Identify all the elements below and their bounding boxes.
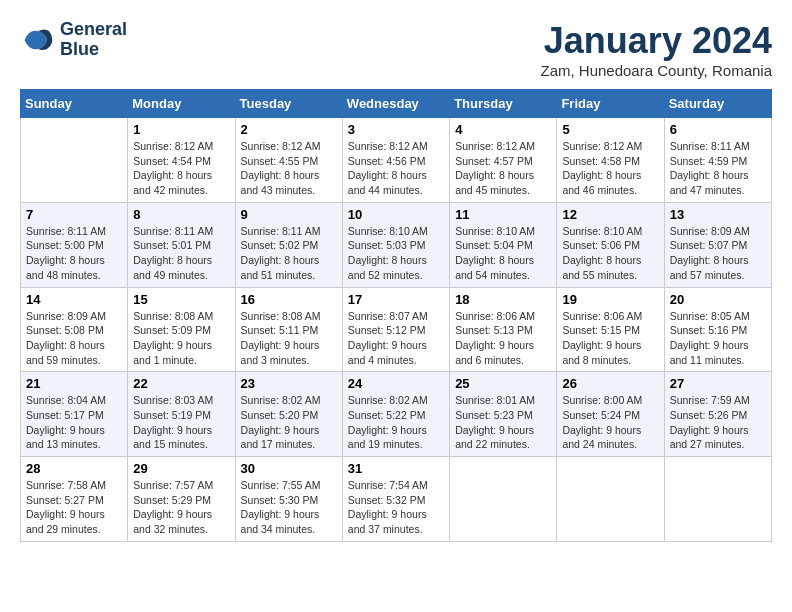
day-number: 22 xyxy=(133,376,229,391)
day-info: Sunrise: 8:12 AMSunset: 4:55 PMDaylight:… xyxy=(241,139,337,198)
day-info: Sunrise: 7:59 AMSunset: 5:26 PMDaylight:… xyxy=(670,393,766,452)
day-number: 29 xyxy=(133,461,229,476)
calendar-cell: 14Sunrise: 8:09 AMSunset: 5:08 PMDayligh… xyxy=(21,287,128,372)
day-info: Sunrise: 7:54 AMSunset: 5:32 PMDaylight:… xyxy=(348,478,444,537)
weekday-header-thursday: Thursday xyxy=(450,90,557,118)
day-info: Sunrise: 8:11 AMSunset: 4:59 PMDaylight:… xyxy=(670,139,766,198)
day-number: 10 xyxy=(348,207,444,222)
day-info: Sunrise: 7:57 AMSunset: 5:29 PMDaylight:… xyxy=(133,478,229,537)
day-number: 30 xyxy=(241,461,337,476)
day-number: 3 xyxy=(348,122,444,137)
day-number: 7 xyxy=(26,207,122,222)
day-info: Sunrise: 8:12 AMSunset: 4:58 PMDaylight:… xyxy=(562,139,658,198)
calendar-cell: 11Sunrise: 8:10 AMSunset: 5:04 PMDayligh… xyxy=(450,202,557,287)
day-number: 28 xyxy=(26,461,122,476)
logo-text-block: General Blue xyxy=(60,20,127,60)
weekday-header-friday: Friday xyxy=(557,90,664,118)
day-number: 13 xyxy=(670,207,766,222)
calendar-cell: 19Sunrise: 8:06 AMSunset: 5:15 PMDayligh… xyxy=(557,287,664,372)
logo-line2: Blue xyxy=(60,40,127,60)
day-number: 12 xyxy=(562,207,658,222)
calendar-cell: 2Sunrise: 8:12 AMSunset: 4:55 PMDaylight… xyxy=(235,118,342,203)
calendar-week-row: 28Sunrise: 7:58 AMSunset: 5:27 PMDayligh… xyxy=(21,457,772,542)
day-number: 31 xyxy=(348,461,444,476)
weekday-header-sunday: Sunday xyxy=(21,90,128,118)
calendar-cell: 31Sunrise: 7:54 AMSunset: 5:32 PMDayligh… xyxy=(342,457,449,542)
calendar-cell: 10Sunrise: 8:10 AMSunset: 5:03 PMDayligh… xyxy=(342,202,449,287)
day-info: Sunrise: 8:04 AMSunset: 5:17 PMDaylight:… xyxy=(26,393,122,452)
calendar-week-row: 21Sunrise: 8:04 AMSunset: 5:17 PMDayligh… xyxy=(21,372,772,457)
day-info: Sunrise: 8:07 AMSunset: 5:12 PMDaylight:… xyxy=(348,309,444,368)
day-info: Sunrise: 8:11 AMSunset: 5:00 PMDaylight:… xyxy=(26,224,122,283)
day-number: 25 xyxy=(455,376,551,391)
day-number: 1 xyxy=(133,122,229,137)
calendar-cell: 3Sunrise: 8:12 AMSunset: 4:56 PMDaylight… xyxy=(342,118,449,203)
day-info: Sunrise: 8:12 AMSunset: 4:56 PMDaylight:… xyxy=(348,139,444,198)
calendar-cell: 1Sunrise: 8:12 AMSunset: 4:54 PMDaylight… xyxy=(128,118,235,203)
day-info: Sunrise: 8:09 AMSunset: 5:08 PMDaylight:… xyxy=(26,309,122,368)
day-number: 19 xyxy=(562,292,658,307)
day-number: 2 xyxy=(241,122,337,137)
weekday-header-monday: Monday xyxy=(128,90,235,118)
day-number: 16 xyxy=(241,292,337,307)
calendar-cell: 16Sunrise: 8:08 AMSunset: 5:11 PMDayligh… xyxy=(235,287,342,372)
calendar-cell: 27Sunrise: 7:59 AMSunset: 5:26 PMDayligh… xyxy=(664,372,771,457)
calendar-cell: 24Sunrise: 8:02 AMSunset: 5:22 PMDayligh… xyxy=(342,372,449,457)
day-info: Sunrise: 8:03 AMSunset: 5:19 PMDaylight:… xyxy=(133,393,229,452)
day-info: Sunrise: 8:02 AMSunset: 5:20 PMDaylight:… xyxy=(241,393,337,452)
day-number: 8 xyxy=(133,207,229,222)
calendar-cell: 6Sunrise: 8:11 AMSunset: 4:59 PMDaylight… xyxy=(664,118,771,203)
day-number: 15 xyxy=(133,292,229,307)
day-number: 9 xyxy=(241,207,337,222)
calendar-cell: 4Sunrise: 8:12 AMSunset: 4:57 PMDaylight… xyxy=(450,118,557,203)
day-number: 27 xyxy=(670,376,766,391)
calendar-cell: 26Sunrise: 8:00 AMSunset: 5:24 PMDayligh… xyxy=(557,372,664,457)
day-info: Sunrise: 7:58 AMSunset: 5:27 PMDaylight:… xyxy=(26,478,122,537)
day-info: Sunrise: 8:05 AMSunset: 5:16 PMDaylight:… xyxy=(670,309,766,368)
day-info: Sunrise: 8:10 AMSunset: 5:03 PMDaylight:… xyxy=(348,224,444,283)
logo-line1: General xyxy=(60,20,127,40)
day-info: Sunrise: 8:06 AMSunset: 5:13 PMDaylight:… xyxy=(455,309,551,368)
day-info: Sunrise: 8:10 AMSunset: 5:06 PMDaylight:… xyxy=(562,224,658,283)
day-info: Sunrise: 8:02 AMSunset: 5:22 PMDaylight:… xyxy=(348,393,444,452)
weekday-header-saturday: Saturday xyxy=(664,90,771,118)
calendar-cell: 22Sunrise: 8:03 AMSunset: 5:19 PMDayligh… xyxy=(128,372,235,457)
calendar-cell: 18Sunrise: 8:06 AMSunset: 5:13 PMDayligh… xyxy=(450,287,557,372)
main-title: January 2024 xyxy=(540,20,772,62)
day-number: 17 xyxy=(348,292,444,307)
calendar-cell: 8Sunrise: 8:11 AMSunset: 5:01 PMDaylight… xyxy=(128,202,235,287)
weekday-header-row: SundayMondayTuesdayWednesdayThursdayFrid… xyxy=(21,90,772,118)
day-info: Sunrise: 8:11 AMSunset: 5:01 PMDaylight:… xyxy=(133,224,229,283)
calendar-week-row: 1Sunrise: 8:12 AMSunset: 4:54 PMDaylight… xyxy=(21,118,772,203)
weekday-header-tuesday: Tuesday xyxy=(235,90,342,118)
calendar-cell: 28Sunrise: 7:58 AMSunset: 5:27 PMDayligh… xyxy=(21,457,128,542)
logo-icon xyxy=(20,22,56,58)
calendar-week-row: 7Sunrise: 8:11 AMSunset: 5:00 PMDaylight… xyxy=(21,202,772,287)
calendar-cell xyxy=(557,457,664,542)
calendar-cell: 9Sunrise: 8:11 AMSunset: 5:02 PMDaylight… xyxy=(235,202,342,287)
calendar-cell xyxy=(21,118,128,203)
day-info: Sunrise: 8:10 AMSunset: 5:04 PMDaylight:… xyxy=(455,224,551,283)
day-info: Sunrise: 7:55 AMSunset: 5:30 PMDaylight:… xyxy=(241,478,337,537)
day-info: Sunrise: 8:09 AMSunset: 5:07 PMDaylight:… xyxy=(670,224,766,283)
calendar-cell: 30Sunrise: 7:55 AMSunset: 5:30 PMDayligh… xyxy=(235,457,342,542)
calendar-cell: 25Sunrise: 8:01 AMSunset: 5:23 PMDayligh… xyxy=(450,372,557,457)
day-number: 18 xyxy=(455,292,551,307)
day-number: 5 xyxy=(562,122,658,137)
calendar-cell: 20Sunrise: 8:05 AMSunset: 5:16 PMDayligh… xyxy=(664,287,771,372)
day-info: Sunrise: 8:08 AMSunset: 5:09 PMDaylight:… xyxy=(133,309,229,368)
weekday-header-wednesday: Wednesday xyxy=(342,90,449,118)
day-info: Sunrise: 8:12 AMSunset: 4:54 PMDaylight:… xyxy=(133,139,229,198)
calendar-cell: 23Sunrise: 8:02 AMSunset: 5:20 PMDayligh… xyxy=(235,372,342,457)
day-number: 26 xyxy=(562,376,658,391)
calendar-cell: 7Sunrise: 8:11 AMSunset: 5:00 PMDaylight… xyxy=(21,202,128,287)
calendar-cell: 17Sunrise: 8:07 AMSunset: 5:12 PMDayligh… xyxy=(342,287,449,372)
calendar-cell xyxy=(450,457,557,542)
day-number: 21 xyxy=(26,376,122,391)
day-info: Sunrise: 8:00 AMSunset: 5:24 PMDaylight:… xyxy=(562,393,658,452)
day-number: 14 xyxy=(26,292,122,307)
calendar-table: SundayMondayTuesdayWednesdayThursdayFrid… xyxy=(20,89,772,542)
day-info: Sunrise: 8:08 AMSunset: 5:11 PMDaylight:… xyxy=(241,309,337,368)
calendar-cell: 29Sunrise: 7:57 AMSunset: 5:29 PMDayligh… xyxy=(128,457,235,542)
page-header: General Blue January 2024 Zam, Hunedoara… xyxy=(20,20,772,79)
